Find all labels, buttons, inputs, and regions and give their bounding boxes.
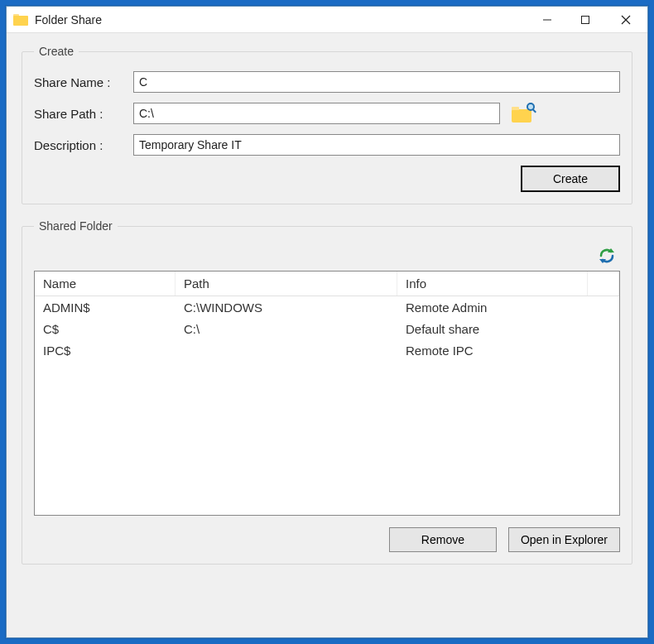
create-button-row: Create <box>34 166 620 192</box>
window-title: Folder Share <box>35 13 102 26</box>
share-name-label: Share Name : <box>34 75 133 89</box>
client-area: Create Share Name : Share Path : Descrip… <box>7 33 647 594</box>
col-header-name[interactable]: Name <box>35 272 176 296</box>
cell-name: IPC$ <box>35 344 176 358</box>
magnifier-icon <box>527 103 535 111</box>
titlebar[interactable]: Folder Share <box>7 7 647 33</box>
folder-icon <box>13 14 28 26</box>
page-frame: Folder Share Create Share Name : Shar <box>0 0 654 644</box>
cell-path: C:\WINDOWS <box>176 300 397 315</box>
share-path-input[interactable] <box>133 103 500 124</box>
minimize-button[interactable] <box>528 7 566 32</box>
shared-folder-list[interactable]: Name Path Info ADMIN$C:\WINDOWSRemote Ad… <box>34 271 620 516</box>
cell-info: Remote Admin <box>397 300 588 315</box>
create-button[interactable]: Create <box>521 166 620 192</box>
table-row[interactable]: IPC$Remote IPC <box>35 339 619 361</box>
refresh-row <box>34 246 620 266</box>
cell-name: C$ <box>35 322 176 336</box>
cell-path: C:\ <box>176 322 397 336</box>
col-header-info[interactable]: Info <box>397 272 588 296</box>
list-body: ADMIN$C:\WINDOWSRemote AdminC$C:\Default… <box>35 296 619 361</box>
cell-info: Default share <box>397 322 588 336</box>
folder-search-icon <box>512 109 531 123</box>
col-header-end[interactable] <box>588 272 619 296</box>
app-window: Folder Share Create Share Name : Shar <box>6 6 648 638</box>
browse-folder-button[interactable] <box>512 104 533 123</box>
share-name-input[interactable] <box>133 71 620 93</box>
description-input[interactable] <box>133 134 620 156</box>
table-row[interactable]: C$C:\Default share <box>35 318 619 339</box>
svg-rect-1 <box>582 16 589 23</box>
shared-folder-buttons: Remove Open in Explorer <box>34 527 620 552</box>
list-header[interactable]: Name Path Info <box>35 272 619 296</box>
share-path-label: Share Path : <box>34 107 133 121</box>
cell-info: Remote IPC <box>397 344 588 358</box>
description-label: Description : <box>34 138 133 152</box>
share-name-row: Share Name : <box>34 71 620 93</box>
share-path-row: Share Path : <box>34 103 620 124</box>
table-row[interactable]: ADMIN$C:\WINDOWSRemote Admin <box>35 296 619 318</box>
shared-folder-group: Shared Folder Name Path <box>22 219 632 565</box>
cell-name: ADMIN$ <box>35 300 176 315</box>
shared-folder-legend: Shared Folder <box>34 219 118 233</box>
create-group-legend: Create <box>34 45 79 58</box>
remove-button[interactable]: Remove <box>389 527 497 552</box>
maximize-button[interactable] <box>566 7 604 32</box>
open-in-explorer-button[interactable]: Open in Explorer <box>508 527 620 552</box>
col-header-path[interactable]: Path <box>176 272 397 296</box>
create-group: Create Share Name : Share Path : Descrip… <box>22 45 632 204</box>
refresh-button[interactable] <box>597 246 617 266</box>
close-button[interactable] <box>604 7 647 32</box>
description-row: Description : <box>34 134 620 156</box>
